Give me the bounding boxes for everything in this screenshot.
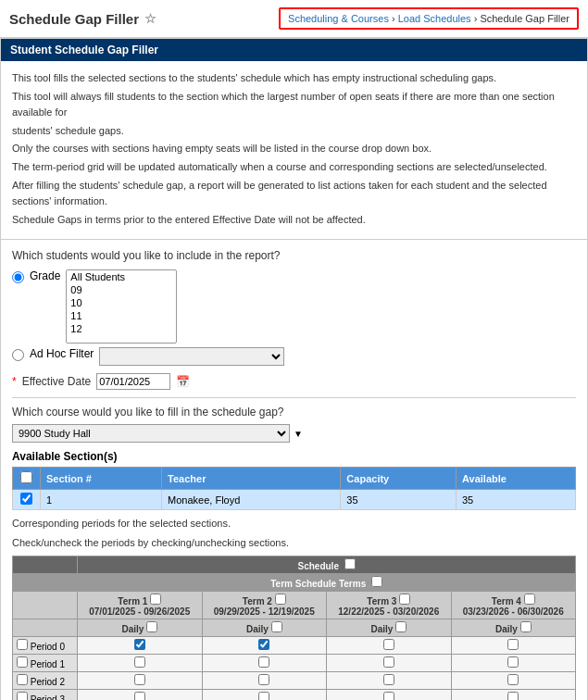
period-cell-3-0[interactable]: [78, 690, 203, 700]
period-cell-2-1[interactable]: [202, 672, 327, 690]
period-check-2-2[interactable]: [383, 674, 394, 685]
section-capacity: 35: [341, 490, 457, 510]
period-cell-1-2[interactable]: [327, 655, 452, 672]
info-line-4: Only the courses with sections having em…: [12, 141, 576, 157]
term4-label: Term 4: [492, 596, 521, 606]
period-check-3-3[interactable]: [507, 692, 519, 700]
course-dropdown[interactable]: 9900 Study Hall: [12, 424, 290, 443]
available-sections-label: Available Section(s): [12, 450, 576, 463]
effective-date-input[interactable]: [96, 373, 170, 390]
daily-label-4: Daily: [495, 624, 518, 634]
title-text: Schedule Gap Filler: [9, 11, 139, 27]
effective-date-label: Effective Date: [22, 375, 91, 388]
period-check-3-1[interactable]: [258, 692, 269, 700]
period-cell-3-1[interactable]: [202, 690, 327, 700]
period-row-check-2[interactable]: [17, 674, 28, 685]
grade-radio[interactable]: [12, 271, 24, 283]
section-col-cb: [13, 468, 41, 490]
term2-checkbox[interactable]: [275, 594, 286, 605]
period-check-1-1[interactable]: [258, 656, 269, 668]
section-col-teacher: Teacher: [162, 468, 341, 490]
period-check-3-0[interactable]: [134, 692, 145, 700]
section-available: 35: [457, 490, 576, 510]
period-check-0-3[interactable]: [507, 639, 519, 650]
daily1-checkbox[interactable]: [146, 621, 157, 632]
info-line-3: students' schedule gaps.: [12, 123, 576, 140]
term-schedule-checkbox[interactable]: [371, 576, 382, 587]
info-line-5: The term-period grid will be updated aut…: [12, 159, 576, 176]
period-label-2: Period 2: [13, 672, 78, 690]
period-check-0-1[interactable]: [258, 639, 269, 650]
term2-dates: 09/29/2025 - 12/19/2025: [206, 606, 323, 617]
period-cell-0-3[interactable]: [451, 637, 576, 655]
period-cell-1-1[interactable]: [202, 655, 327, 672]
breadcrumb-sep2: ›: [474, 13, 478, 24]
section-number: 1: [41, 490, 162, 510]
period-cell-3-2[interactable]: [327, 690, 452, 700]
period-label-0: Period 0: [13, 637, 78, 655]
table-row: 1 Monakee, Floyd 35 35: [13, 490, 576, 510]
daily-label-3: Daily: [370, 624, 393, 634]
period-cell-2-3[interactable]: [451, 672, 576, 690]
page-title: Schedule Gap Filler ☆: [9, 11, 156, 27]
breadcrumb-part3: Schedule Gap Filler: [480, 13, 569, 24]
period-cell-1-0[interactable]: [78, 655, 203, 672]
period-check-2-1[interactable]: [258, 674, 269, 685]
period-cell-2-2[interactable]: [327, 672, 452, 690]
daily4-checkbox[interactable]: [520, 621, 532, 632]
schedule-header: Schedule: [297, 561, 338, 571]
period-cell-0-1[interactable]: [202, 637, 327, 655]
section-header: Student Schedule Gap Filler: [1, 39, 587, 61]
daily2-checkbox[interactable]: [271, 621, 282, 632]
term3-dates: 12/22/2025 - 03/20/2026: [331, 606, 447, 617]
term2-label: Term 2: [243, 596, 272, 606]
note-line-2: Check/uncheck the periods by checking/un…: [12, 535, 576, 551]
course-dropdown-arrow: ▼: [294, 429, 303, 439]
grade-radio-label: Grade: [30, 269, 60, 282]
period-check-0-2[interactable]: [383, 639, 394, 650]
daily-label-2: Daily: [246, 624, 269, 634]
period-cell-2-0[interactable]: [78, 672, 203, 690]
period-cell-0-0[interactable]: [78, 637, 203, 655]
period-check-2-3[interactable]: [507, 674, 519, 685]
star-icon[interactable]: ☆: [144, 11, 156, 26]
period-check-3-2[interactable]: [383, 692, 394, 700]
term3-checkbox[interactable]: [399, 594, 410, 605]
period-label-1: Period 1: [13, 655, 78, 672]
which-course-label: Which course would you like to fill in t…: [12, 406, 576, 419]
period-check-0-0[interactable]: [134, 639, 145, 650]
schedule-checkbox[interactable]: [344, 558, 356, 569]
breadcrumb-part1[interactable]: Scheduling & Courses: [288, 13, 389, 24]
breadcrumb-part2[interactable]: Load Schedules: [398, 13, 471, 24]
term-schedule-header: Term Schedule Terms: [270, 579, 366, 589]
adhoc-select[interactable]: [99, 347, 284, 366]
period-row-check-0[interactable]: [17, 639, 28, 650]
grade-listbox[interactable]: All Students 09 10 11 12: [66, 269, 177, 344]
adhoc-radio[interactable]: [12, 349, 24, 361]
info-line-1: This tool fills the selected sections to…: [12, 70, 576, 87]
period-row-check-1[interactable]: [17, 656, 28, 668]
term4-checkbox[interactable]: [524, 594, 535, 605]
select-all-sections[interactable]: [20, 471, 32, 483]
row-checkbox[interactable]: [20, 493, 32, 505]
period-label-3: Period 3: [13, 690, 78, 700]
info-line-6: After filling the students' schedule gap…: [12, 178, 576, 210]
period-check-1-0[interactable]: [134, 656, 145, 668]
note-line-1: Corresponding periods for the selected s…: [12, 516, 576, 531]
daily3-checkbox[interactable]: [395, 621, 407, 632]
section-col-capacity: Capacity: [341, 468, 457, 490]
section-col-available: Available: [457, 468, 576, 490]
term1-label: Term 1: [118, 596, 147, 606]
period-check-1-3[interactable]: [507, 656, 519, 668]
calendar-icon[interactable]: 📅: [176, 375, 190, 388]
adhoc-radio-label: Ad Hoc Filter: [30, 347, 94, 360]
required-star: *: [12, 375, 17, 388]
info-line-2: This tool will always fill students to t…: [12, 89, 576, 121]
period-cell-0-2[interactable]: [327, 637, 452, 655]
period-cell-1-3[interactable]: [451, 655, 576, 672]
period-check-2-0[interactable]: [134, 674, 145, 685]
period-check-1-2[interactable]: [383, 656, 394, 668]
period-row-check-3[interactable]: [17, 692, 28, 700]
period-cell-3-3[interactable]: [451, 690, 576, 700]
term1-checkbox[interactable]: [150, 594, 161, 605]
